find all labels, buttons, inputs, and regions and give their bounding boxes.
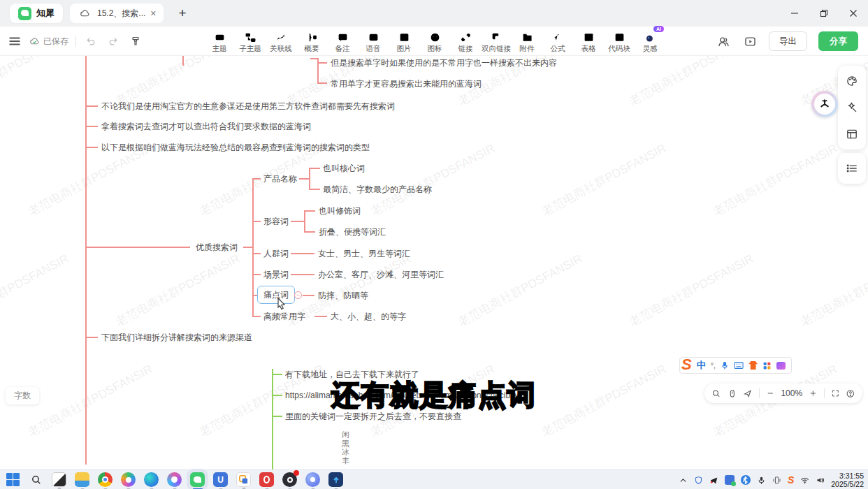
new-tab-button[interactable]: + xyxy=(179,6,187,21)
mindmap-node[interactable]: 常用单字才更容易搜索出来能用的蓝海词 xyxy=(331,78,482,89)
ime-toolbox-icon[interactable] xyxy=(762,361,772,370)
ime-punctuation-icon[interactable]: °, xyxy=(711,361,716,370)
tray-audio-device-icon[interactable] xyxy=(772,476,781,485)
mindmap-node-selected[interactable]: 痛点词 xyxy=(257,286,295,304)
mindmap-node[interactable]: 也叫核心词 xyxy=(323,163,365,174)
bidirectional-link-icon xyxy=(490,31,502,43)
mindmap-node[interactable]: 形容词 xyxy=(263,216,289,227)
toolbar-table-button[interactable]: 表格 xyxy=(573,29,604,54)
magic-wand-icon[interactable] xyxy=(839,94,865,121)
app-home-tab[interactable]: 知犀 xyxy=(10,3,63,23)
summary-icon xyxy=(305,31,318,43)
mindmap-node[interactable]: 防摔、防晒等 xyxy=(318,290,368,301)
ime-mode-chinese[interactable]: 中 xyxy=(697,359,706,372)
toolbar-formula-button[interactable]: 公式 xyxy=(542,29,573,54)
toolbar-relation-line-button[interactable]: 关联线 xyxy=(266,29,296,54)
toolbar-link-button[interactable]: 链接 xyxy=(450,29,481,54)
mindmap-node[interactable]: 不论我们是使用淘宝官方的生意参谋还是使用第三方软件查词都需要先有搜索词 xyxy=(101,101,395,112)
mindmap-node[interactable]: 人群词 xyxy=(263,248,289,259)
mindmap-node[interactable]: 场景词 xyxy=(263,269,289,280)
toolbar-bidirectional-link-button[interactable]: 双向链接 xyxy=(481,29,512,54)
voice-icon xyxy=(367,31,379,43)
mindmap-node[interactable]: 折叠、便携等词汇 xyxy=(319,226,386,238)
tray-capture-icon[interactable] xyxy=(725,475,735,485)
tray-sogou-icon[interactable]: S xyxy=(788,474,794,486)
taskbar-blue-circle-app[interactable] xyxy=(305,472,320,487)
export-button[interactable]: 导出 xyxy=(769,31,807,51)
taskbar-search-button[interactable] xyxy=(29,472,43,487)
ime-skin-icon[interactable] xyxy=(748,361,758,370)
mindmap-node[interactable]: 也叫修饰词 xyxy=(319,205,361,217)
redo-icon[interactable] xyxy=(106,34,121,49)
start-button[interactable] xyxy=(6,472,20,487)
tray-security-shield-icon[interactable] xyxy=(694,476,703,485)
mindmap-node[interactable]: 但是搜索单字时如果使用的是不常用字也一样搜索不出来内容 xyxy=(331,57,557,68)
mindmap-node[interactable]: 大、小、超、的等字 xyxy=(331,311,406,322)
ime-emoji-icon[interactable] xyxy=(776,362,786,370)
tab-close-icon[interactable]: × xyxy=(150,8,156,19)
taskbar-obs-recording[interactable] xyxy=(282,472,297,487)
mindmap-node[interactable]: 最简洁、字数最少的产品名称 xyxy=(323,184,432,195)
toolbar-icon-button[interactable]: 图标 xyxy=(419,29,450,54)
app-name: 知犀 xyxy=(36,7,55,20)
mindmap-node[interactable]: 优质搜索词 xyxy=(196,242,238,253)
window-close-button[interactable] xyxy=(839,0,868,27)
toolbar-note-button[interactable]: 备注 xyxy=(327,29,358,54)
toolbar-subtopic-button[interactable]: 子主题 xyxy=(235,29,266,54)
format-painter-icon[interactable] xyxy=(128,34,143,49)
tray-wifi-icon[interactable] xyxy=(800,476,809,485)
ime-keyboard-icon[interactable] xyxy=(734,361,744,370)
layout-structure-icon[interactable] xyxy=(839,121,865,147)
share-button[interactable]: 分享 xyxy=(818,31,858,51)
mindmap-node[interactable]: 拿着搜索词去查词才可以查出符合我们要求数据的蓝海词 xyxy=(101,121,311,132)
taskbar-chrome[interactable] xyxy=(98,472,113,487)
taskbar-arrow-app[interactable] xyxy=(328,472,343,487)
taskbar-squares-app[interactable] xyxy=(236,472,251,487)
window-restore-button[interactable] xyxy=(809,0,839,27)
document-tab[interactable]: 15.2、搜索... × xyxy=(70,3,164,23)
tray-expand-icon[interactable] xyxy=(679,476,688,485)
tray-microphone-icon[interactable] xyxy=(757,476,766,485)
toolbar-voice-button[interactable]: 语音 xyxy=(358,29,389,54)
taskbar-edge[interactable] xyxy=(144,472,159,487)
mindmap-node[interactable]: 以下是根据咱们做蓝海玩法经验总结的最容易查到蓝海词的搜索词的类型 xyxy=(101,142,370,153)
ime-mic-icon[interactable] xyxy=(721,360,729,370)
mindmap-node[interactable]: 办公室、客厅、沙滩、河里等词汇 xyxy=(318,269,444,280)
mindmap-node[interactable]: 高频常用字 xyxy=(263,311,305,322)
ai-badge: AI xyxy=(653,26,664,32)
tray-volume-icon[interactable] xyxy=(816,476,825,485)
tray-bluetooth-icon[interactable] xyxy=(741,475,751,485)
toolbar-topic-button[interactable]: 主题 xyxy=(204,29,235,54)
inspiration-ai-icon: AI xyxy=(644,31,656,43)
outline-list-icon[interactable] xyxy=(839,155,865,182)
save-status: 已保存 xyxy=(29,36,68,48)
zhixi-logo-icon xyxy=(18,7,31,20)
taskbar-app-o[interactable] xyxy=(259,472,274,487)
mindmap-node[interactable]: 女士、男士、男生等词汇 xyxy=(318,248,410,259)
undo-icon[interactable] xyxy=(83,34,99,49)
menu-icon[interactable] xyxy=(7,34,22,49)
toolbar-image-button[interactable]: 图片 xyxy=(389,29,419,54)
toolbar-attachment-button[interactable]: 附件 xyxy=(512,29,542,54)
taskbar-snipping-app[interactable] xyxy=(52,472,66,487)
collaborate-icon[interactable] xyxy=(716,34,731,49)
mindmap-node[interactable]: 下面我们详细拆分讲解搜索词的来源渠道 xyxy=(101,332,252,343)
taskbar-zhixi-active[interactable] xyxy=(190,472,205,487)
taskbar-file-explorer[interactable] xyxy=(75,472,89,487)
collapse-toggle-icon[interactable]: − xyxy=(294,291,302,299)
taskbar-browser-360[interactable] xyxy=(121,472,136,487)
taskbar-clock[interactable]: 3:31:55 2025/5/22 xyxy=(831,472,864,488)
toolbar-summary-button[interactable]: 概要 xyxy=(296,29,327,54)
taskbar-music-app[interactable] xyxy=(167,472,182,487)
window-minimize-button[interactable] xyxy=(780,0,809,27)
taskbar-app-u[interactable]: U xyxy=(213,472,228,487)
tray-telegram-icon[interactable] xyxy=(709,476,718,485)
sogou-ime-toolbar[interactable]: S 中 °, xyxy=(679,357,792,374)
palette-icon[interactable] xyxy=(839,68,865,94)
toolbar-code-block-button[interactable]: 代码块 xyxy=(604,29,635,54)
video-tutorial-icon[interactable] xyxy=(742,34,758,49)
mindmap-node-fragment: 闲 xyxy=(342,430,349,439)
toolbar-inspiration-button[interactable]: AI 灵感 xyxy=(635,29,665,54)
mindmap-node[interactable]: 产品名称 xyxy=(263,173,297,184)
assistant-float-button[interactable] xyxy=(811,91,838,117)
